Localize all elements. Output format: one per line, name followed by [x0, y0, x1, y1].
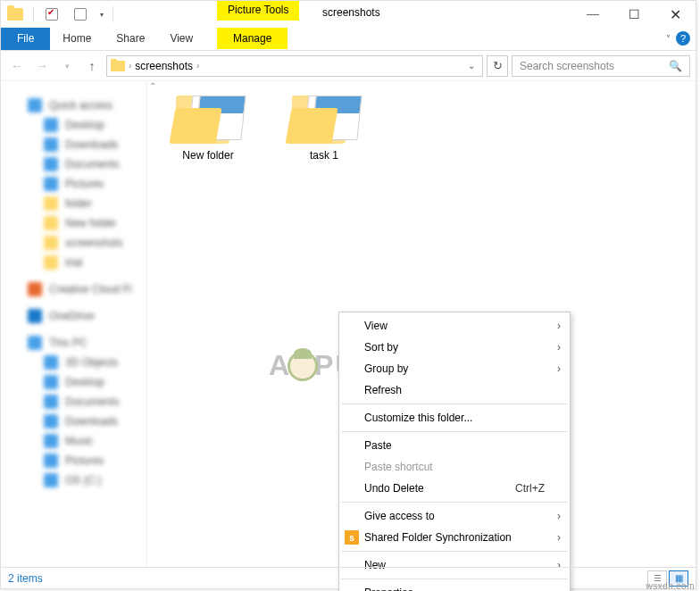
menu-item-undo-delete[interactable]: Undo DeleteCtrl+Z — [339, 478, 570, 499]
menu-item-give-access-to[interactable]: Give access to› — [339, 505, 570, 527]
content-area: ⌃ Quick access Desktop Downloads Documen… — [1, 81, 696, 567]
sidebar-item[interactable]: Music — [1, 431, 146, 451]
divider — [33, 6, 34, 22]
sidebar-item[interactable]: folder — [1, 194, 146, 213]
item-label: New folder — [163, 149, 253, 162]
menu-item-customize-folder[interactable]: Customize this folder... — [339, 407, 570, 429]
window-title: screenshots — [322, 6, 380, 19]
chevron-right-icon: › — [557, 320, 561, 332]
ribbon-tabs: File Home Share View Manage ˅ ? — [1, 28, 696, 51]
sidebar-item-this-pc[interactable]: This PC — [1, 333, 146, 353]
sidebar-item[interactable]: Downloads — [1, 412, 146, 431]
folder-icon — [7, 8, 23, 21]
qat-properties-button[interactable] — [41, 4, 62, 25]
search-input[interactable]: Search screenshots 🔍 — [512, 55, 690, 77]
menu-item-paste[interactable]: Paste — [339, 435, 570, 456]
chevron-right-icon[interactable]: › — [129, 61, 131, 71]
sidebar-item[interactable]: 3D Objects — [1, 353, 146, 372]
forward-button[interactable]: → — [31, 55, 53, 77]
search-icon: 🔍 — [669, 60, 682, 72]
file-explorer-window: ▾ Picture Tools screenshots — ☐ ✕ File H… — [0, 0, 696, 589]
breadcrumb-segment[interactable]: screenshots — [135, 60, 193, 72]
qat-customize-dropdown[interactable]: ▾ — [95, 11, 109, 19]
menu-separator — [341, 551, 568, 552]
folder-item[interactable]: task 1 — [279, 90, 369, 162]
view-tab[interactable]: View — [157, 28, 205, 50]
share-tab[interactable]: Share — [104, 28, 157, 50]
address-bar[interactable]: › screenshots › ⌄ — [106, 55, 483, 77]
keyboard-shortcut: Ctrl+Z — [515, 482, 545, 495]
checkbox-icon — [46, 8, 58, 21]
ribbon-collapse-button[interactable]: ˅ — [666, 34, 671, 44]
status-bar: 2 items ☰ ▦ — [1, 567, 696, 588]
help-button[interactable]: ? — [676, 31, 690, 46]
address-history-dropdown[interactable]: ⌄ — [464, 61, 479, 71]
folder-item[interactable]: New folder — [163, 90, 253, 162]
menu-item-view[interactable]: View› — [339, 315, 570, 337]
refresh-button[interactable]: ↻ — [487, 55, 508, 77]
maximize-button[interactable]: ☐ — [613, 1, 654, 28]
context-menu: View› Sort by› Group by› Refresh Customi… — [338, 312, 571, 591]
menu-item-refresh[interactable]: Refresh — [339, 379, 570, 401]
sidebar-item[interactable]: Pictures — [1, 451, 146, 470]
chevron-right-icon[interactable]: › — [196, 61, 199, 71]
close-button[interactable]: ✕ — [654, 1, 696, 28]
window-controls: — ☐ ✕ — [572, 1, 696, 28]
app-folder-icon — [4, 4, 26, 25]
menu-separator — [341, 502, 568, 503]
sidebar-item[interactable]: trial — [1, 253, 146, 272]
ribbon-right-controls: ˅ ? — [666, 31, 690, 46]
back-button[interactable]: ← — [6, 55, 28, 77]
sidebar-item[interactable]: Desktop — [1, 115, 146, 135]
folder-thumbnail-icon — [172, 90, 244, 144]
sidebar-item-quick-access[interactable]: Quick access — [1, 96, 146, 115]
item-label: task 1 — [279, 149, 369, 162]
sidebar-item[interactable]: Downloads — [1, 135, 146, 154]
sidebar-item[interactable]: OS (C:) — [1, 470, 146, 490]
sidebar-item-onedrive[interactable]: OneDrive — [1, 306, 146, 326]
folder-thumbnail-icon — [288, 90, 360, 144]
chevron-right-icon: › — [557, 510, 561, 522]
navigation-pane[interactable]: Quick access Desktop Downloads Documents… — [1, 81, 147, 567]
menu-item-group-by[interactable]: Group by› — [339, 358, 570, 379]
sidebar-item[interactable]: Desktop — [1, 372, 146, 392]
menu-separator — [341, 431, 568, 432]
qat-new-folder-button[interactable] — [70, 4, 91, 25]
folder-icon — [111, 61, 125, 71]
divider — [112, 6, 113, 22]
recent-locations-dropdown[interactable]: ▾ — [56, 55, 78, 77]
up-button[interactable]: ↑ — [81, 55, 103, 77]
menu-item-shared-folder-sync[interactable]: sShared Folder Synchronization› — [339, 527, 570, 548]
attribution-text: wsxdn.com — [646, 581, 695, 591]
manage-tab[interactable]: Manage — [217, 28, 288, 49]
square-icon — [74, 8, 87, 21]
navigation-bar: ← → ▾ ↑ › screenshots › ⌄ ↻ Search scree… — [1, 51, 696, 81]
sync-icon: s — [345, 530, 359, 545]
sidebar-item[interactable]: Documents — [1, 154, 146, 174]
search-placeholder: Search screenshots — [520, 60, 614, 72]
item-count: 2 items — [8, 572, 43, 585]
sidebar-item[interactable]: New folder — [1, 213, 146, 233]
sidebar-item[interactable]: Documents — [1, 392, 146, 412]
contextual-tab-header: Picture Tools — [217, 1, 299, 21]
sidebar-item[interactable]: Pictures — [1, 174, 146, 194]
chevron-right-icon: › — [557, 341, 561, 354]
home-tab[interactable]: Home — [50, 28, 104, 50]
quick-access-toolbar: ▾ — [1, 1, 117, 28]
chevron-right-icon: › — [557, 362, 561, 375]
menu-item-sort-by[interactable]: Sort by› — [339, 337, 570, 358]
menu-separator — [341, 404, 568, 404]
file-tab[interactable]: File — [1, 28, 50, 50]
sidebar-item-creative-cloud[interactable]: Creative Cloud Fi — [1, 279, 146, 299]
menu-item-paste-shortcut: Paste shortcut — [339, 456, 570, 478]
minimize-button[interactable]: — — [572, 1, 613, 28]
chevron-right-icon: › — [557, 531, 561, 544]
sidebar-item[interactable]: screenshots — [1, 233, 146, 253]
